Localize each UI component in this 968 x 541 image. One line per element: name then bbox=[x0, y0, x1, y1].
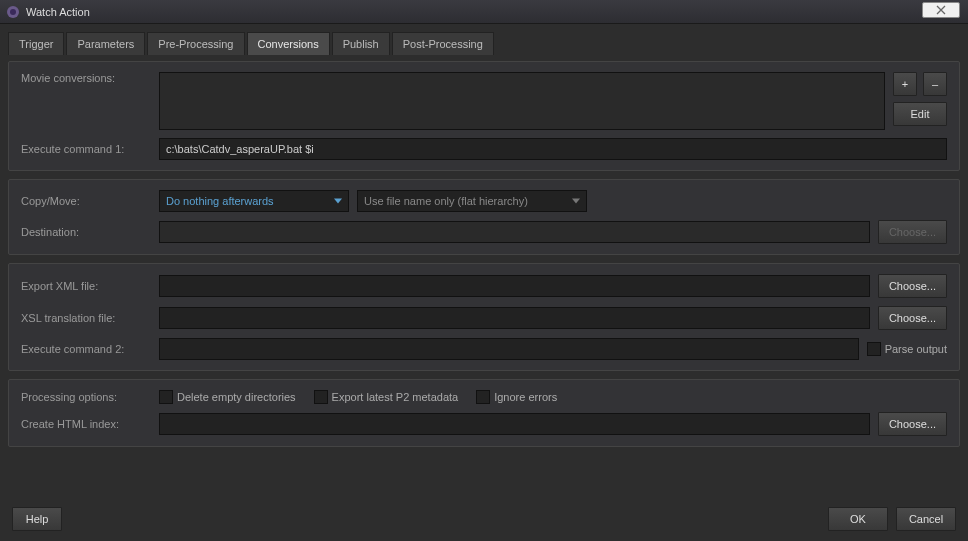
chevron-down-icon bbox=[572, 199, 580, 204]
xsl-label: XSL translation file: bbox=[21, 312, 151, 324]
remove-conversion-button[interactable]: – bbox=[923, 72, 947, 96]
xsl-input[interactable] bbox=[159, 307, 870, 329]
ignore-errors-label: Ignore errors bbox=[494, 391, 557, 403]
parse-output-checkbox[interactable]: Parse output bbox=[867, 342, 947, 356]
movie-conversions-list[interactable] bbox=[159, 72, 885, 130]
chevron-down-icon bbox=[334, 199, 342, 204]
help-button[interactable]: Help bbox=[12, 507, 62, 531]
export-xml-input[interactable] bbox=[159, 275, 870, 297]
content-area: Trigger Parameters Pre-Processing Conver… bbox=[0, 24, 968, 541]
tab-post-processing[interactable]: Post-Processing bbox=[392, 32, 494, 55]
add-conversion-button[interactable]: + bbox=[893, 72, 917, 96]
delete-empty-checkbox[interactable]: Delete empty directories bbox=[159, 390, 296, 404]
create-html-input[interactable] bbox=[159, 413, 870, 435]
titlebar: Watch Action bbox=[0, 0, 968, 24]
checkbox-icon bbox=[159, 390, 173, 404]
xsl-choose-button[interactable]: Choose... bbox=[878, 306, 947, 330]
export-xml-label: Export XML file: bbox=[21, 280, 151, 292]
parse-output-label: Parse output bbox=[885, 343, 947, 355]
tab-conversions[interactable]: Conversions bbox=[247, 32, 330, 55]
panel-copy-move: Copy/Move: Do nothing afterwards Use fil… bbox=[8, 179, 960, 255]
processing-options-label: Processing options: bbox=[21, 391, 151, 403]
app-icon bbox=[6, 5, 20, 19]
panel-movie-conversions: Movie conversions: + – Edit Execute comm… bbox=[8, 61, 960, 171]
exec2-input[interactable] bbox=[159, 338, 859, 360]
checkbox-icon bbox=[476, 390, 490, 404]
create-html-label: Create HTML index: bbox=[21, 418, 151, 430]
edit-conversion-button[interactable]: Edit bbox=[893, 102, 947, 126]
destination-label: Destination: bbox=[21, 226, 151, 238]
close-button[interactable] bbox=[922, 2, 960, 18]
create-html-choose-button[interactable]: Choose... bbox=[878, 412, 947, 436]
hierarchy-value: Use file name only (flat hierarchy) bbox=[364, 195, 528, 207]
panel-processing: Processing options: Delete empty directo… bbox=[8, 379, 960, 447]
tab-parameters[interactable]: Parameters bbox=[66, 32, 145, 55]
panel-export: Export XML file: Choose... XSL translati… bbox=[8, 263, 960, 371]
delete-empty-label: Delete empty directories bbox=[177, 391, 296, 403]
destination-input[interactable] bbox=[159, 221, 870, 243]
cancel-button[interactable]: Cancel bbox=[896, 507, 956, 531]
export-xml-choose-button[interactable]: Choose... bbox=[878, 274, 947, 298]
hierarchy-select[interactable]: Use file name only (flat hierarchy) bbox=[357, 190, 587, 212]
destination-choose-button[interactable]: Choose... bbox=[878, 220, 947, 244]
svg-point-1 bbox=[10, 9, 16, 15]
copy-move-label: Copy/Move: bbox=[21, 195, 151, 207]
tab-trigger[interactable]: Trigger bbox=[8, 32, 64, 55]
exec1-label: Execute command 1: bbox=[21, 143, 151, 155]
tab-bar: Trigger Parameters Pre-Processing Conver… bbox=[8, 32, 960, 55]
copy-move-value: Do nothing afterwards bbox=[166, 195, 274, 207]
checkbox-icon bbox=[314, 390, 328, 404]
export-p2-checkbox[interactable]: Export latest P2 metadata bbox=[314, 390, 459, 404]
checkbox-icon bbox=[867, 342, 881, 356]
exec1-input[interactable] bbox=[159, 138, 947, 160]
exec2-label: Execute command 2: bbox=[21, 343, 151, 355]
export-p2-label: Export latest P2 metadata bbox=[332, 391, 459, 403]
watch-action-window: Watch Action Trigger Parameters Pre-Proc… bbox=[0, 0, 968, 541]
window-title: Watch Action bbox=[26, 6, 90, 18]
tab-publish[interactable]: Publish bbox=[332, 32, 390, 55]
tab-pre-processing[interactable]: Pre-Processing bbox=[147, 32, 244, 55]
movie-conversions-label: Movie conversions: bbox=[21, 72, 151, 84]
close-icon bbox=[936, 5, 946, 15]
ok-button[interactable]: OK bbox=[828, 507, 888, 531]
copy-move-select[interactable]: Do nothing afterwards bbox=[159, 190, 349, 212]
ignore-errors-checkbox[interactable]: Ignore errors bbox=[476, 390, 557, 404]
footer: Help OK Cancel bbox=[12, 507, 956, 531]
